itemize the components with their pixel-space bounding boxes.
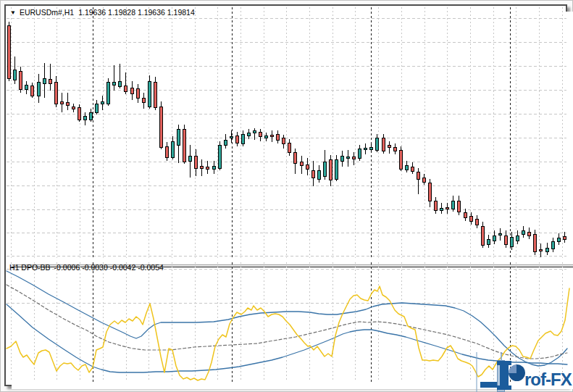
chart-title: ▼EURUSDm#,H11.19636 1.19828 1.19636 1.19…	[10, 8, 195, 17]
logo-p-bowl-pie-icon	[509, 364, 525, 381]
chart-symbol-period: EURUSDm#,H1	[20, 8, 74, 17]
main-chart-panel[interactable]	[12, 12, 573, 264]
chart-ohlc-values: 1.19636 1.19828 1.19636 1.19814	[78, 8, 195, 17]
logo-underscore-bar-icon	[480, 382, 498, 388]
logo-candle-wick-icon	[476, 352, 477, 392]
logo-p-bottom-serif-icon	[497, 385, 511, 390]
collapse-triangle-icon[interactable]: ▼	[10, 9, 16, 16]
indicator-name: H1 DPO-BB	[9, 263, 51, 272]
indicator-values: -0.0006 -0.0030 -0.0042 -0.0054	[54, 263, 164, 272]
screenshot-root: ▼EURUSDm#,H11.19636 1.19828 1.19636 1.19…	[0, 0, 573, 392]
indicator-label: H1 DPO-BB-0.0006 -0.0030 -0.0042 -0.0054	[9, 263, 164, 272]
proffx-logo: rof-FX	[472, 352, 573, 392]
chart-window	[4, 4, 567, 386]
logo-text: rof-FX	[524, 370, 572, 390]
logo-light-candle-wick-icon	[501, 352, 502, 361]
